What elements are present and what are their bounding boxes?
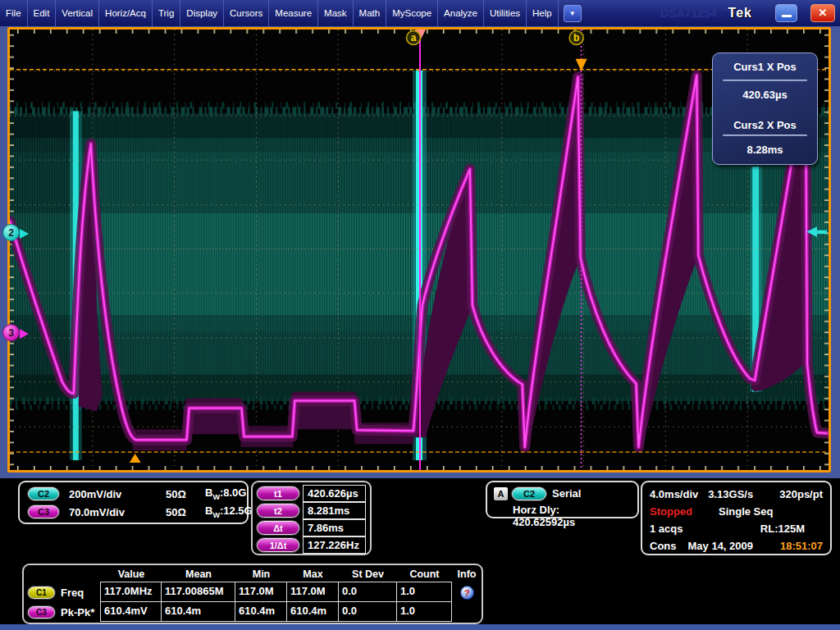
- channel2-marker-label: 2: [8, 227, 14, 239]
- clock-time: 18:51:07: [780, 540, 823, 552]
- menu-vertical[interactable]: Vertical: [56, 0, 99, 26]
- freq-mean: 117.00865M: [161, 582, 235, 602]
- cursor-values-panel[interactable]: t1 420.626µs t2 8.281ms Δt 7.86ms 1/Δt 1…: [251, 481, 372, 555]
- menu-file[interactable]: File: [0, 0, 28, 26]
- oscilloscope-screen: File Edit Vertical Horiz/Acq Trig Displa…: [0, 0, 840, 630]
- menu-cursors[interactable]: Cursors: [224, 0, 269, 26]
- menu-dropdown-button[interactable]: ▼: [564, 5, 582, 22]
- freq-count: 1.0: [396, 582, 452, 602]
- menu-help[interactable]: Help: [527, 0, 559, 26]
- header-info: Info: [452, 568, 482, 580]
- minimize-icon: [782, 15, 792, 17]
- channel2-termination: 50Ω: [166, 488, 205, 500]
- menu-mask[interactable]: Mask: [318, 0, 353, 26]
- graticule-display[interactable]: a b: [7, 27, 831, 472]
- channel3-readout-row[interactable]: C3 70.0mV/div 50Ω BW:12.5G: [28, 503, 239, 521]
- timebase: 4.0ms/div: [650, 488, 698, 500]
- minimize-button[interactable]: [775, 4, 797, 22]
- cursor-t1-row: t1 420.626µs: [257, 485, 366, 502]
- header-min: Min: [235, 568, 287, 580]
- menu-edit[interactable]: Edit: [28, 0, 57, 26]
- freq-min: 117.0M: [235, 582, 287, 602]
- t2-value: 8.281ms: [303, 502, 366, 519]
- header-mean: Mean: [162, 568, 235, 580]
- trigger-group-badge: A: [494, 487, 508, 500]
- channel3-marker-label: 3: [8, 327, 14, 339]
- tek-logo: Tek: [728, 6, 752, 21]
- cursor-position-readout[interactable]: Curs1 X Pos 420.63µs Curs2 X Pos 8.28ms: [712, 52, 818, 165]
- menu-display[interactable]: Display: [180, 0, 224, 26]
- info-help-icon[interactable]: ?: [460, 586, 474, 600]
- inv-dt-badge[interactable]: 1/Δt: [257, 538, 299, 552]
- horz-delay-value: 420.62592µs: [513, 516, 575, 528]
- measurement-table[interactable]: Value Mean Min Max St Dev Count Info C1 …: [22, 564, 483, 624]
- channel2-position-marker[interactable]: 2: [2, 224, 20, 241]
- pkpk-min: 610.4m: [235, 601, 287, 622]
- curs2-x-pos-value[interactable]: 8.28ms: [713, 136, 817, 163]
- measurement-name: Pk-Pk*: [61, 606, 94, 619]
- measurement-row-freq: C1 Freq 117.0MHz 117.00865M 117.0M 117.0…: [24, 582, 482, 602]
- waveform-area: a b 2 3: [0, 26, 840, 478]
- record-length: RL:125M: [760, 523, 805, 535]
- trigger-source-badge[interactable]: C2: [512, 487, 546, 500]
- dt-badge[interactable]: Δt: [257, 521, 299, 535]
- titlebar-right: DSA71254 Tek ✕: [660, 4, 840, 22]
- close-button[interactable]: ✕: [810, 4, 835, 22]
- channel3-badge[interactable]: C3: [28, 505, 59, 518]
- menu-analyze[interactable]: Analyze: [438, 0, 484, 26]
- channel3-termination: 50Ω: [166, 506, 205, 518]
- acquisition-count: 1 acqs: [650, 523, 682, 535]
- header-value: Value: [101, 568, 162, 580]
- channel-scales-panel[interactable]: C2 200mV/div 50Ω BW:8.0G C3 70.0mV/div 5…: [18, 481, 249, 524]
- header-max: Max: [287, 568, 339, 580]
- t1-badge[interactable]: t1: [257, 486, 299, 500]
- cursor-b-label: b: [573, 32, 579, 43]
- pkpk-value: 610.4mV: [100, 601, 162, 622]
- cursor-inv-dt-row: 1/Δt 127.226Hz: [257, 536, 366, 554]
- menu-trig[interactable]: Trig: [153, 0, 180, 26]
- menu-math[interactable]: Math: [354, 0, 387, 26]
- channel2-badge[interactable]: C2: [28, 487, 59, 500]
- curs1-x-pos-value[interactable]: 420.63µs: [713, 81, 817, 108]
- channel3-bandwidth: BW:12.5G: [205, 504, 253, 519]
- freq-value: 117.0MHz: [100, 582, 162, 602]
- measurement-name: Freq: [61, 587, 84, 599]
- menu-myscope[interactable]: MyScope: [386, 0, 438, 26]
- menu-measure[interactable]: Measure: [269, 0, 318, 26]
- channel2-bandwidth: BW:8.0G: [205, 486, 246, 501]
- cons-label: Cons: [650, 540, 677, 552]
- acquisition-mode: Single Seq: [719, 505, 773, 518]
- sample-resolution: 320ps/pt: [779, 488, 823, 500]
- waveform-canvas: a b: [10, 30, 829, 470]
- curs1-x-pos-label: Curs1 X Pos: [713, 53, 817, 80]
- trigger-panel[interactable]: A C2 Serial Horz Dly: 420.62592µs: [486, 481, 639, 518]
- measurement-header-row: Value Mean Min Max St Dev Count Info: [24, 565, 482, 582]
- inv-dt-value: 127.226Hz: [303, 536, 366, 554]
- t2-badge[interactable]: t2: [257, 504, 299, 518]
- pkpk-stdev: 0.0: [338, 601, 397, 622]
- freq-stdev: 0.0: [338, 582, 397, 602]
- acquisition-panel[interactable]: 4.0ms/div 3.13GS/s 320ps/pt Stopped Sing…: [641, 481, 832, 555]
- chevron-down-icon: ▼: [569, 10, 576, 17]
- header-stdev: St Dev: [339, 568, 397, 580]
- close-icon: ✕: [819, 7, 828, 19]
- header-count: Count: [397, 568, 452, 580]
- channel3-position-marker[interactable]: 3: [2, 324, 20, 341]
- channel2-marker-arrow-icon: [20, 229, 29, 239]
- app-background-strip: [0, 624, 840, 630]
- date: May 14, 2009: [688, 540, 754, 552]
- model-watermark: DSA71254: [660, 7, 717, 20]
- dt-value: 7.86ms: [303, 519, 366, 536]
- curs2-x-pos-label: Curs2 X Pos: [713, 108, 817, 135]
- menu-utilities[interactable]: Utilities: [484, 0, 527, 26]
- t1-value: 420.626µs: [303, 485, 366, 502]
- channel2-scale: 200mV/div: [69, 488, 166, 500]
- horz-delay-label: Horz Dly:: [513, 504, 559, 516]
- trigger-type: Serial: [552, 487, 581, 500]
- channel2-readout-row[interactable]: C2 200mV/div 50Ω BW:8.0G: [28, 485, 239, 503]
- sample-rate: 3.13GS/s: [708, 488, 753, 500]
- menu-horiz-acq[interactable]: Horiz/Acq: [99, 0, 153, 26]
- c3-badge[interactable]: C3: [28, 606, 55, 619]
- c1-badge[interactable]: C1: [28, 587, 55, 599]
- freq-max: 117.0M: [286, 582, 339, 602]
